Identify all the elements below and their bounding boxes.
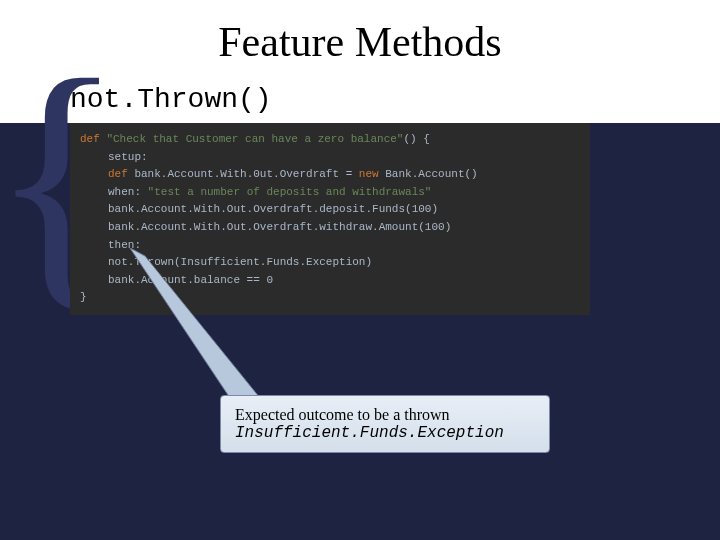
- code-text: bank.Account.With.Out.Overdraft.deposit.…: [108, 203, 438, 215]
- label-setup: setup:: [108, 151, 148, 163]
- callout-code: Insufficient.Funds.Exception: [235, 424, 535, 442]
- code-line: when: "test a number of deposits and wit…: [80, 184, 580, 202]
- callout-box: Expected outcome to be a thrown Insuffic…: [220, 395, 550, 453]
- code-text: bank.Account.With.Out.Overdraft.withdraw…: [108, 221, 451, 233]
- code-text: () {: [403, 133, 429, 145]
- keyword-new: new: [359, 168, 379, 180]
- code-line: bank.Account.With.Out.Overdraft.deposit.…: [80, 201, 580, 219]
- string-literal: "Check that Customer can have a zero bal…: [106, 133, 403, 145]
- code-line: def "Check that Customer can have a zero…: [80, 131, 580, 149]
- string-literal: "test a number of deposits and withdrawa…: [148, 186, 432, 198]
- code-line: bank.Account.With.Out.Overdraft.withdraw…: [80, 219, 580, 237]
- label-when: when:: [108, 186, 148, 198]
- code-text: Bank.Account(): [379, 168, 478, 180]
- svg-marker-0: [130, 248, 260, 398]
- callout-arrow: [120, 248, 320, 408]
- keyword-def: def: [108, 168, 128, 180]
- callout-text: Expected outcome to be a thrown: [235, 406, 535, 424]
- code-line: setup:: [80, 149, 580, 167]
- code-text: }: [80, 291, 87, 303]
- keyword-def: def: [80, 133, 100, 145]
- code-line: def bank.Account.With.0ut.Overdraft = ne…: [80, 166, 580, 184]
- code-text: bank.Account.With.0ut.Overdraft =: [128, 168, 359, 180]
